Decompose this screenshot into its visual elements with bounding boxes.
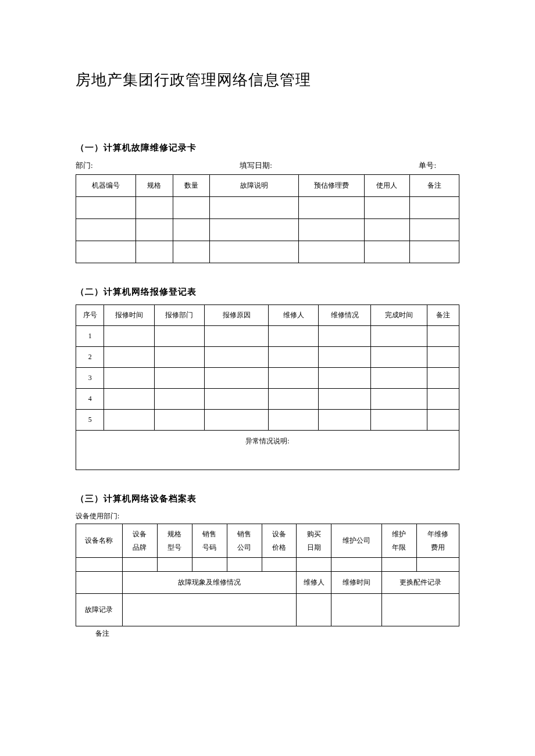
col-annual-fee: 年维修费用 (416, 524, 459, 558)
table-row: 4 (76, 389, 459, 410)
col-repairer: 维修人 (269, 305, 319, 326)
section-repair-register: （二）计算机网络报修登记表 序号 报修时间 报修部门 报修原因 维修人 维修情况… (76, 286, 459, 470)
row-fault-record-label: 故障记录 (76, 594, 123, 626)
seq-cell: 1 (76, 326, 104, 347)
col-fault-desc: 故障说明 (210, 175, 298, 197)
table-fault-repair: 机器编号 规格 数量 故障说明 预估修理费 使用人 备注 (76, 174, 459, 263)
col-spec-model: 规格型号 (157, 524, 192, 558)
col-parts-record: 更换配件记录 (381, 572, 459, 594)
seq-cell: 2 (76, 347, 104, 368)
table-row (76, 197, 459, 219)
remark-label: 备注 (76, 629, 459, 639)
col-maint-company: 维护公司 (331, 524, 382, 558)
col-sale-no: 销售号码 (192, 524, 227, 558)
equipment-dept-label: 设备使用部门: (76, 511, 459, 521)
col-spec: 规格 (135, 175, 173, 197)
col-seq: 序号 (76, 305, 104, 326)
col-remark: 备注 (427, 305, 459, 326)
section-equipment-archive: （三）计算机网络设备档案表 设备使用部门: 设备名称 设备品牌 规格型号 销售号… (76, 493, 459, 639)
col-report-dept: 报修部门 (154, 305, 204, 326)
col-sub-repairer: 维修人 (297, 572, 331, 594)
col-sub-repair-time: 维修时间 (331, 572, 382, 594)
table-row: 1 (76, 326, 459, 347)
seq-cell: 3 (76, 368, 104, 389)
col-machine-no: 机器编号 (76, 175, 136, 197)
dept-label: 部门: (76, 160, 196, 171)
section2-title: （二）计算机网络报修登记表 (76, 286, 459, 298)
table-footer-row: 异常情况说明: (76, 431, 459, 470)
col-maint-years: 维护年限 (381, 524, 416, 558)
document-title: 房地产集团行政管理网络信息管理 (76, 70, 459, 90)
empty-cell (76, 572, 123, 594)
date-label: 填写日期: (196, 160, 316, 171)
table-header-row: 设备名称 设备品牌 规格型号 销售号码 销售公司 设备价格 购买日期 维护公司 … (76, 524, 459, 558)
col-buy-date: 购买日期 (297, 524, 331, 558)
col-sale-company: 销售公司 (227, 524, 262, 558)
table-row (76, 219, 459, 241)
table-row (76, 558, 459, 572)
table-row: 2 (76, 347, 459, 368)
table-header-row: 机器编号 规格 数量 故障说明 预估修理费 使用人 备注 (76, 175, 459, 197)
table-row: 3 (76, 368, 459, 389)
col-equip-price: 设备价格 (262, 524, 297, 558)
col-equip-brand: 设备品牌 (122, 524, 157, 558)
table-row: 故障记录 (76, 594, 459, 626)
table-row (76, 241, 459, 263)
col-user: 使用人 (364, 175, 409, 197)
exception-desc: 异常情况说明: (76, 431, 459, 470)
col-repair-status: 维修情况 (319, 305, 371, 326)
seq-cell: 5 (76, 410, 104, 431)
col-report-reason: 报修原因 (204, 305, 268, 326)
col-finish-time: 完成时间 (371, 305, 427, 326)
col-est-cost: 预估修理费 (298, 175, 364, 197)
col-report-time: 报修时间 (104, 305, 154, 326)
col-remark: 备注 (409, 175, 459, 197)
table-header-row: 序号 报修时间 报修部门 报修原因 维修人 维修情况 完成时间 备注 (76, 305, 459, 326)
section3-title: （三）计算机网络设备档案表 (76, 493, 459, 504)
section-fault-repair-card: （一）计算机故障维修记录卡 部门: 填写日期: 单号: 机器编号 规格 数量 故… (76, 142, 459, 263)
col-equip-name: 设备名称 (76, 524, 123, 558)
sheet-label: 单号: (316, 160, 459, 171)
table-repair-register: 序号 报修时间 报修部门 报修原因 维修人 维修情况 完成时间 备注 1 2 3… (76, 304, 459, 470)
table-row: 5 (76, 410, 459, 431)
section1-title: （一）计算机故障维修记录卡 (76, 142, 459, 153)
table-equipment-archive: 设备名称 设备品牌 规格型号 销售号码 销售公司 设备价格 购买日期 维护公司 … (76, 524, 459, 626)
seq-cell: 4 (76, 389, 104, 410)
section1-meta: 部门: 填写日期: 单号: (76, 160, 459, 171)
col-qty: 数量 (173, 175, 210, 197)
col-fault-status: 故障现象及维修情况 (122, 572, 297, 594)
table-sub-header-row: 故障现象及维修情况 维修人 维修时间 更换配件记录 (76, 572, 459, 594)
